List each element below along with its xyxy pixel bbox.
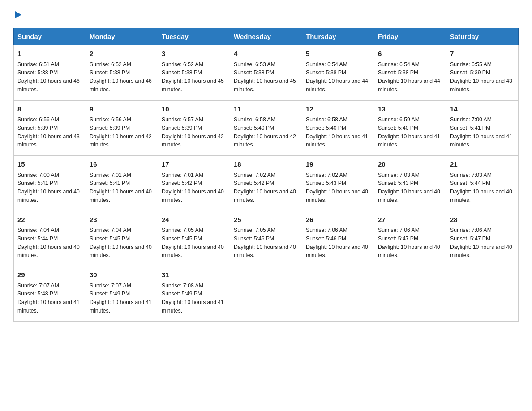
day-info: Sunrise: 7:03 AMSunset: 5:43 PMDaylight:… <box>378 172 440 203</box>
header-thursday: Thursday <box>302 28 374 45</box>
header-sunday: Sunday <box>14 28 86 45</box>
day-number: 31 <box>162 270 226 280</box>
calendar-table: SundayMondayTuesdayWednesdayThursdayFrid… <box>13 28 519 322</box>
calendar-cell <box>302 266 374 322</box>
calendar-cell: 26 Sunrise: 7:06 AMSunset: 5:46 PMDaylig… <box>302 211 374 266</box>
day-number: 21 <box>450 159 515 170</box>
day-info: Sunrise: 6:56 AMSunset: 5:39 PMDaylight:… <box>90 116 152 148</box>
day-number: 4 <box>234 49 298 59</box>
calendar-cell: 4 Sunrise: 6:53 AMSunset: 5:38 PMDayligh… <box>230 45 302 101</box>
day-number: 13 <box>378 104 442 115</box>
calendar-cell: 25 Sunrise: 7:05 AMSunset: 5:46 PMDaylig… <box>230 211 302 266</box>
day-info: Sunrise: 7:06 AMSunset: 5:47 PMDaylight:… <box>378 227 440 258</box>
calendar-cell: 29 Sunrise: 7:07 AMSunset: 5:48 PMDaylig… <box>14 266 86 322</box>
day-info: Sunrise: 7:06 AMSunset: 5:47 PMDaylight:… <box>450 227 512 258</box>
day-number: 19 <box>306 159 370 170</box>
day-number: 7 <box>450 49 515 59</box>
day-info: Sunrise: 6:58 AMSunset: 5:40 PMDaylight:… <box>306 116 368 148</box>
day-info: Sunrise: 6:54 AMSunset: 5:38 PMDaylight:… <box>306 61 368 93</box>
day-number: 5 <box>306 49 370 59</box>
day-info: Sunrise: 6:58 AMSunset: 5:40 PMDaylight:… <box>234 116 296 148</box>
calendar-cell: 3 Sunrise: 6:52 AMSunset: 5:38 PMDayligh… <box>158 45 230 101</box>
page-header <box>13 9 519 20</box>
day-info: Sunrise: 6:51 AMSunset: 5:38 PMDaylight:… <box>17 61 80 93</box>
calendar-cell: 22 Sunrise: 7:04 AMSunset: 5:44 PMDaylig… <box>14 211 86 266</box>
day-number: 26 <box>306 215 370 225</box>
day-number: 2 <box>90 49 154 59</box>
calendar-cell: 12 Sunrise: 6:58 AMSunset: 5:40 PMDaylig… <box>302 100 374 156</box>
day-info: Sunrise: 7:07 AMSunset: 5:48 PMDaylight:… <box>17 283 80 314</box>
header-monday: Monday <box>86 28 158 45</box>
day-number: 30 <box>90 270 154 280</box>
calendar-cell: 1 Sunrise: 6:51 AMSunset: 5:38 PMDayligh… <box>14 45 86 101</box>
calendar-cell: 14 Sunrise: 7:00 AMSunset: 5:41 PMDaylig… <box>446 100 519 156</box>
calendar-week-2: 8 Sunrise: 6:56 AMSunset: 5:39 PMDayligh… <box>14 100 519 156</box>
calendar-cell: 21 Sunrise: 7:03 AMSunset: 5:44 PMDaylig… <box>446 156 519 211</box>
day-info: Sunrise: 7:02 AMSunset: 5:43 PMDaylight:… <box>306 172 368 203</box>
day-info: Sunrise: 6:53 AMSunset: 5:38 PMDaylight:… <box>234 61 296 93</box>
day-number: 22 <box>17 215 82 225</box>
calendar-cell: 5 Sunrise: 6:54 AMSunset: 5:38 PMDayligh… <box>302 45 374 101</box>
calendar-cell: 2 Sunrise: 6:52 AMSunset: 5:38 PMDayligh… <box>86 45 158 101</box>
calendar-cell <box>446 266 519 322</box>
calendar-cell: 8 Sunrise: 6:56 AMSunset: 5:39 PMDayligh… <box>14 100 86 156</box>
calendar-cell: 18 Sunrise: 7:02 AMSunset: 5:42 PMDaylig… <box>230 156 302 211</box>
calendar-cell: 17 Sunrise: 7:01 AMSunset: 5:42 PMDaylig… <box>158 156 230 211</box>
calendar-week-3: 15 Sunrise: 7:00 AMSunset: 5:41 PMDaylig… <box>14 156 519 211</box>
day-number: 28 <box>450 215 515 225</box>
day-number: 23 <box>90 215 154 225</box>
day-info: Sunrise: 7:01 AMSunset: 5:42 PMDaylight:… <box>162 172 224 203</box>
calendar-week-5: 29 Sunrise: 7:07 AMSunset: 5:48 PMDaylig… <box>14 266 519 322</box>
calendar-cell: 9 Sunrise: 6:56 AMSunset: 5:39 PMDayligh… <box>86 100 158 156</box>
header-wednesday: Wednesday <box>230 28 302 45</box>
day-number: 25 <box>234 215 298 225</box>
day-info: Sunrise: 7:01 AMSunset: 5:41 PMDaylight:… <box>90 172 152 203</box>
day-number: 9 <box>90 104 154 115</box>
calendar-cell <box>374 266 446 322</box>
calendar-cell: 30 Sunrise: 7:07 AMSunset: 5:49 PMDaylig… <box>86 266 158 322</box>
day-info: Sunrise: 7:00 AMSunset: 5:41 PMDaylight:… <box>17 172 80 203</box>
day-info: Sunrise: 7:07 AMSunset: 5:49 PMDaylight:… <box>90 283 152 314</box>
day-number: 29 <box>17 270 82 280</box>
calendar-cell: 16 Sunrise: 7:01 AMSunset: 5:41 PMDaylig… <box>86 156 158 211</box>
day-info: Sunrise: 7:06 AMSunset: 5:46 PMDaylight:… <box>306 227 368 258</box>
day-number: 3 <box>162 49 226 59</box>
calendar-cell: 7 Sunrise: 6:55 AMSunset: 5:39 PMDayligh… <box>446 45 519 101</box>
calendar-cell: 13 Sunrise: 6:59 AMSunset: 5:40 PMDaylig… <box>374 100 446 156</box>
day-number: 14 <box>450 104 515 115</box>
logo <box>13 9 22 20</box>
day-number: 20 <box>378 159 442 170</box>
day-info: Sunrise: 6:52 AMSunset: 5:38 PMDaylight:… <box>162 61 224 93</box>
calendar-cell: 15 Sunrise: 7:00 AMSunset: 5:41 PMDaylig… <box>14 156 86 211</box>
calendar-cell: 20 Sunrise: 7:03 AMSunset: 5:43 PMDaylig… <box>374 156 446 211</box>
day-info: Sunrise: 6:52 AMSunset: 5:38 PMDaylight:… <box>90 61 152 93</box>
calendar-cell: 19 Sunrise: 7:02 AMSunset: 5:43 PMDaylig… <box>302 156 374 211</box>
calendar-cell <box>230 266 302 322</box>
day-info: Sunrise: 6:57 AMSunset: 5:39 PMDaylight:… <box>162 116 224 148</box>
day-info: Sunrise: 6:56 AMSunset: 5:39 PMDaylight:… <box>17 116 80 148</box>
calendar-week-4: 22 Sunrise: 7:04 AMSunset: 5:44 PMDaylig… <box>14 211 519 266</box>
calendar-header-row: SundayMondayTuesdayWednesdayThursdayFrid… <box>14 28 519 45</box>
day-number: 17 <box>162 159 226 170</box>
calendar-week-1: 1 Sunrise: 6:51 AMSunset: 5:38 PMDayligh… <box>14 45 519 101</box>
day-info: Sunrise: 6:54 AMSunset: 5:38 PMDaylight:… <box>378 61 440 93</box>
calendar-cell: 31 Sunrise: 7:08 AMSunset: 5:49 PMDaylig… <box>158 266 230 322</box>
day-number: 8 <box>17 104 82 115</box>
header-friday: Friday <box>374 28 446 45</box>
day-number: 24 <box>162 215 226 225</box>
day-number: 15 <box>17 159 82 170</box>
calendar-cell: 23 Sunrise: 7:04 AMSunset: 5:45 PMDaylig… <box>86 211 158 266</box>
day-number: 12 <box>306 104 370 115</box>
day-number: 10 <box>162 104 226 115</box>
day-info: Sunrise: 7:04 AMSunset: 5:44 PMDaylight:… <box>17 227 80 258</box>
day-info: Sunrise: 7:02 AMSunset: 5:42 PMDaylight:… <box>234 172 296 203</box>
header-tuesday: Tuesday <box>158 28 230 45</box>
calendar-cell: 28 Sunrise: 7:06 AMSunset: 5:47 PMDaylig… <box>446 211 519 266</box>
day-number: 1 <box>17 49 82 59</box>
calendar-cell: 27 Sunrise: 7:06 AMSunset: 5:47 PMDaylig… <box>374 211 446 266</box>
calendar-cell: 6 Sunrise: 6:54 AMSunset: 5:38 PMDayligh… <box>374 45 446 101</box>
calendar-cell: 24 Sunrise: 7:05 AMSunset: 5:45 PMDaylig… <box>158 211 230 266</box>
day-info: Sunrise: 7:05 AMSunset: 5:46 PMDaylight:… <box>234 227 296 258</box>
header-saturday: Saturday <box>446 28 519 45</box>
svg-marker-0 <box>15 11 21 18</box>
